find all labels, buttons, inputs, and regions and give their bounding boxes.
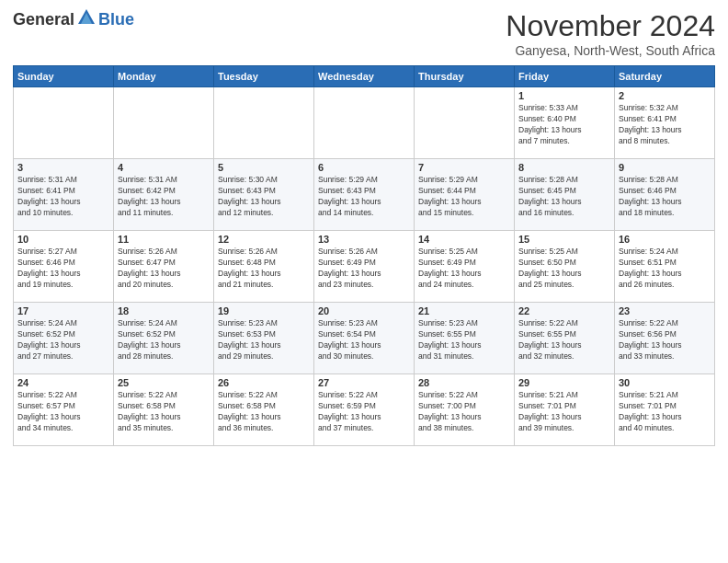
day-info: Sunrise: 5:30 AM Sunset: 6:43 PM Dayligh… [218, 175, 310, 219]
table-row: 2Sunrise: 5:32 AM Sunset: 6:41 PM Daylig… [615, 87, 715, 159]
day-number: 6 [318, 162, 410, 173]
week-row-1: 3Sunrise: 5:31 AM Sunset: 6:41 PM Daylig… [14, 159, 715, 231]
table-row: 21Sunrise: 5:23 AM Sunset: 6:55 PM Dayli… [415, 303, 515, 374]
day-number: 26 [218, 377, 310, 388]
table-row: 1Sunrise: 5:33 AM Sunset: 6:40 PM Daylig… [515, 87, 615, 159]
day-number: 24 [17, 377, 109, 388]
table-row [114, 87, 214, 159]
title-section: November 2024 Ganyesa, North-West, South… [506, 9, 715, 58]
table-row: 30Sunrise: 5:21 AM Sunset: 7:01 PM Dayli… [615, 374, 715, 446]
table-row: 19Sunrise: 5:23 AM Sunset: 6:53 PM Dayli… [214, 303, 314, 374]
day-info: Sunrise: 5:22 AM Sunset: 7:00 PM Dayligh… [418, 390, 510, 434]
table-row: 11Sunrise: 5:26 AM Sunset: 6:47 PM Dayli… [114, 231, 214, 303]
table-row: 17Sunrise: 5:24 AM Sunset: 6:52 PM Dayli… [14, 303, 114, 374]
day-info: Sunrise: 5:22 AM Sunset: 6:58 PM Dayligh… [118, 390, 210, 434]
day-number: 19 [218, 305, 310, 316]
col-tuesday: Tuesday [214, 66, 314, 87]
table-row: 20Sunrise: 5:23 AM Sunset: 6:54 PM Dayli… [314, 303, 415, 374]
table-row: 18Sunrise: 5:24 AM Sunset: 6:52 PM Dayli… [114, 303, 214, 374]
table-row [415, 87, 515, 159]
day-number: 17 [17, 305, 109, 316]
day-info: Sunrise: 5:26 AM Sunset: 6:47 PM Dayligh… [118, 247, 210, 291]
day-info: Sunrise: 5:29 AM Sunset: 6:43 PM Dayligh… [318, 175, 410, 219]
day-number: 20 [318, 305, 410, 316]
table-row [14, 87, 114, 159]
table-row: 4Sunrise: 5:31 AM Sunset: 6:42 PM Daylig… [114, 159, 214, 231]
col-thursday: Thursday [415, 66, 515, 87]
day-info: Sunrise: 5:25 AM Sunset: 6:49 PM Dayligh… [418, 247, 510, 291]
page-container: General Blue November 2024 Ganyesa, Nort… [0, 0, 728, 452]
day-info: Sunrise: 5:27 AM Sunset: 6:46 PM Dayligh… [17, 247, 109, 291]
day-number: 5 [218, 162, 310, 173]
day-number: 4 [118, 162, 210, 173]
day-number: 10 [17, 234, 109, 245]
day-number: 30 [619, 377, 711, 388]
week-row-2: 10Sunrise: 5:27 AM Sunset: 6:46 PM Dayli… [14, 231, 715, 303]
logo: General Blue [13, 9, 134, 29]
table-row: 23Sunrise: 5:22 AM Sunset: 6:56 PM Dayli… [615, 303, 715, 374]
table-row: 3Sunrise: 5:31 AM Sunset: 6:41 PM Daylig… [14, 159, 114, 231]
table-row: 16Sunrise: 5:24 AM Sunset: 6:51 PM Dayli… [615, 231, 715, 303]
table-row: 15Sunrise: 5:25 AM Sunset: 6:50 PM Dayli… [515, 231, 615, 303]
day-info: Sunrise: 5:26 AM Sunset: 6:49 PM Dayligh… [318, 247, 410, 291]
day-info: Sunrise: 5:22 AM Sunset: 6:55 PM Dayligh… [518, 318, 610, 362]
table-row: 5Sunrise: 5:30 AM Sunset: 6:43 PM Daylig… [214, 159, 314, 231]
day-info: Sunrise: 5:29 AM Sunset: 6:44 PM Dayligh… [418, 175, 510, 219]
table-row: 26Sunrise: 5:22 AM Sunset: 6:58 PM Dayli… [214, 374, 314, 446]
day-number: 11 [118, 234, 210, 245]
logo-blue-text: Blue [98, 10, 134, 29]
day-info: Sunrise: 5:23 AM Sunset: 6:53 PM Dayligh… [218, 318, 310, 362]
table-row: 13Sunrise: 5:26 AM Sunset: 6:49 PM Dayli… [314, 231, 415, 303]
page-header: General Blue November 2024 Ganyesa, Nort… [13, 9, 715, 58]
month-title: November 2024 [506, 9, 715, 43]
day-info: Sunrise: 5:28 AM Sunset: 6:46 PM Dayligh… [619, 175, 711, 219]
day-number: 23 [619, 305, 711, 316]
day-info: Sunrise: 5:31 AM Sunset: 6:42 PM Dayligh… [118, 175, 210, 219]
day-number: 28 [418, 377, 510, 388]
day-info: Sunrise: 5:22 AM Sunset: 6:58 PM Dayligh… [218, 390, 310, 434]
day-number: 3 [17, 162, 109, 173]
day-number: 1 [518, 90, 610, 101]
table-row: 27Sunrise: 5:22 AM Sunset: 6:59 PM Dayli… [314, 374, 415, 446]
day-info: Sunrise: 5:26 AM Sunset: 6:48 PM Dayligh… [218, 247, 310, 291]
day-info: Sunrise: 5:21 AM Sunset: 7:01 PM Dayligh… [518, 390, 610, 434]
table-row: 22Sunrise: 5:22 AM Sunset: 6:55 PM Dayli… [515, 303, 615, 374]
day-number: 18 [118, 305, 210, 316]
day-info: Sunrise: 5:32 AM Sunset: 6:41 PM Dayligh… [619, 103, 711, 147]
day-number: 21 [418, 305, 510, 316]
table-row [214, 87, 314, 159]
logo-icon [76, 7, 97, 28]
day-number: 13 [318, 234, 410, 245]
day-number: 29 [518, 377, 610, 388]
table-row: 6Sunrise: 5:29 AM Sunset: 6:43 PM Daylig… [314, 159, 415, 231]
calendar-table: Sunday Monday Tuesday Wednesday Thursday… [13, 65, 715, 446]
day-info: Sunrise: 5:31 AM Sunset: 6:41 PM Dayligh… [17, 175, 109, 219]
table-row: 28Sunrise: 5:22 AM Sunset: 7:00 PM Dayli… [415, 374, 515, 446]
day-number: 8 [518, 162, 610, 173]
day-number: 25 [118, 377, 210, 388]
day-number: 9 [619, 162, 711, 173]
week-row-4: 24Sunrise: 5:22 AM Sunset: 6:57 PM Dayli… [14, 374, 715, 446]
col-saturday: Saturday [615, 66, 715, 87]
table-row: 24Sunrise: 5:22 AM Sunset: 6:57 PM Dayli… [14, 374, 114, 446]
day-number: 7 [418, 162, 510, 173]
table-row: 9Sunrise: 5:28 AM Sunset: 6:46 PM Daylig… [615, 159, 715, 231]
day-info: Sunrise: 5:22 AM Sunset: 6:59 PM Dayligh… [318, 390, 410, 434]
day-info: Sunrise: 5:22 AM Sunset: 6:56 PM Dayligh… [619, 318, 711, 362]
table-row: 25Sunrise: 5:22 AM Sunset: 6:58 PM Dayli… [114, 374, 214, 446]
day-number: 2 [619, 90, 711, 101]
day-info: Sunrise: 5:33 AM Sunset: 6:40 PM Dayligh… [518, 103, 610, 147]
day-info: Sunrise: 5:22 AM Sunset: 6:57 PM Dayligh… [17, 390, 109, 434]
day-number: 27 [318, 377, 410, 388]
col-friday: Friday [515, 66, 615, 87]
table-row: 7Sunrise: 5:29 AM Sunset: 6:44 PM Daylig… [415, 159, 515, 231]
col-wednesday: Wednesday [314, 66, 415, 87]
day-number: 15 [518, 234, 610, 245]
table-row: 10Sunrise: 5:27 AM Sunset: 6:46 PM Dayli… [14, 231, 114, 303]
table-row: 29Sunrise: 5:21 AM Sunset: 7:01 PM Dayli… [515, 374, 615, 446]
calendar-header-row: Sunday Monday Tuesday Wednesday Thursday… [14, 66, 715, 87]
day-info: Sunrise: 5:24 AM Sunset: 6:52 PM Dayligh… [118, 318, 210, 362]
table-row: 8Sunrise: 5:28 AM Sunset: 6:45 PM Daylig… [515, 159, 615, 231]
day-number: 12 [218, 234, 310, 245]
day-info: Sunrise: 5:21 AM Sunset: 7:01 PM Dayligh… [619, 390, 711, 434]
